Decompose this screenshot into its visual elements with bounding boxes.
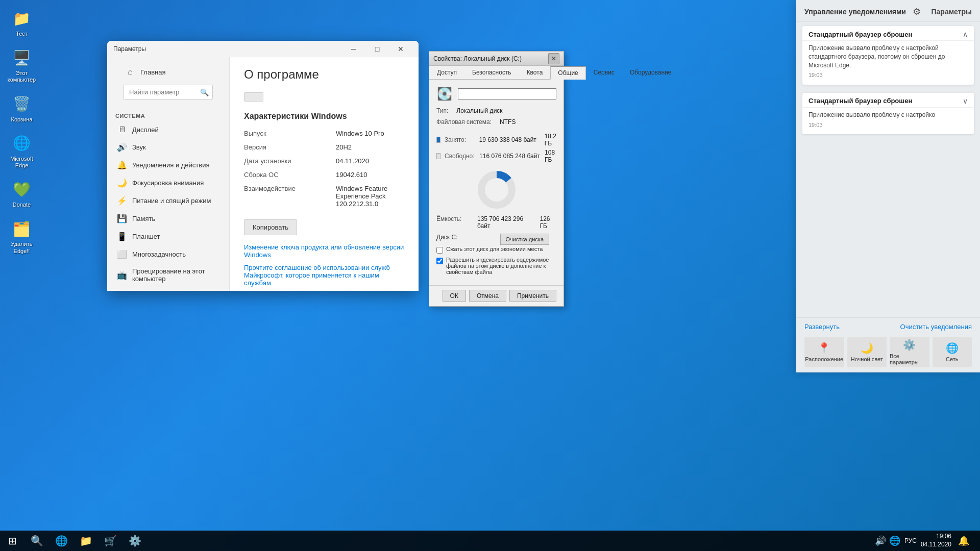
- disk-tab-security[interactable]: Безопасность: [464, 66, 519, 80]
- index-checkbox[interactable]: [436, 258, 443, 264]
- field-label-0: Выпуск: [244, 128, 336, 139]
- taskbar-date: 04.11.2020: [921, 541, 951, 549]
- sidebar-focus-label: Фокусировка внимания: [132, 179, 204, 187]
- taskbar-files-button[interactable]: 📁: [74, 531, 98, 551]
- desktop: 📁 Тест 🖥️ Этот компьютер 🗑️ Корзина 🌐 Mi…: [0, 0, 980, 551]
- disk-tab-service[interactable]: Сервис: [586, 66, 622, 80]
- tester-label: Тест: [16, 31, 28, 37]
- used-dot: [436, 137, 440, 143]
- quick-action-location[interactable]: 📍 Расположение: [804, 337, 844, 367]
- taskbar-clock[interactable]: 19:06 04.11.2020: [921, 533, 951, 548]
- notif-card-0-header: Стандартный браузер сброшен ∧: [802, 26, 974, 41]
- desktop-icon-delete[interactable]: 🗂️ Удалить Edge!!: [3, 215, 41, 257]
- quick-action-nightlight[interactable]: 🌙 Ночной свет: [847, 337, 887, 367]
- windows-info-title: Характеристики Windows: [244, 112, 404, 121]
- field-label-2: Дата установки: [244, 156, 336, 166]
- notif-clear-link[interactable]: Очистить уведомления: [900, 323, 972, 331]
- notif-card-0-title: Стандартный браузер сброшен: [808, 31, 912, 38]
- disk-apply-button[interactable]: Применить: [509, 290, 556, 302]
- sidebar-project-label: Проецирование на этот компьютер: [132, 267, 221, 283]
- notification-button[interactable]: 🔔: [955, 531, 972, 551]
- disk-name-input[interactable]: [458, 88, 556, 99]
- location-icon: 📍: [818, 342, 830, 354]
- notif-card-1-text: Приложение вызвало проблему с настройко: [808, 111, 935, 118]
- disk-cap-label: Ёмкость:: [436, 215, 467, 230]
- desktop-icon-mycomputer[interactable]: 🖥️ Этот компьютер: [3, 44, 41, 86]
- copy-button[interactable]: Копировать: [244, 219, 297, 235]
- desktop-icon-donate[interactable]: 💚 Donate: [3, 176, 41, 211]
- notif-card-1-body: Приложение вызвало проблему с настройко …: [802, 108, 974, 134]
- desktop-icon-area: 📁 Тест 🖥️ Этот компьютер 🗑️ Корзина 🌐 Mi…: [0, 0, 43, 263]
- disk-type-label: Тип:: [436, 107, 448, 114]
- settings-sidebar: ⌂ Главная 🔍 Система 🖥 Дисплей 🔊 Звук: [107, 57, 230, 291]
- minimize-button[interactable]: ─: [342, 41, 365, 57]
- volume-icon[interactable]: 🔊: [875, 535, 886, 546]
- field-value-0: Windows 10 Pro: [336, 128, 404, 139]
- recycle-label: Корзина: [11, 116, 33, 123]
- desktop-icon-msedge[interactable]: 🌐 Microsoft Edge: [3, 130, 41, 172]
- sidebar-sound-label: Звук: [132, 143, 146, 151]
- notifications-icon: 🔔: [117, 160, 127, 170]
- sidebar-item-multitask[interactable]: ⬜ Многозадачность: [107, 245, 229, 263]
- sidebar-home-label: Главная: [140, 68, 165, 76]
- field-value-1: 20H2: [336, 142, 404, 153]
- sidebar-item-project[interactable]: 📺 Проецирование на этот компьютер: [107, 263, 229, 287]
- sidebar-item-tablet[interactable]: 📱 Планшет: [107, 228, 229, 245]
- taskbar-settings-button[interactable]: ⚙️: [122, 531, 147, 551]
- disk-tab-hardware[interactable]: Оборудование: [622, 66, 679, 80]
- search-input[interactable]: [124, 85, 213, 99]
- desktop-icon-recycle[interactable]: 🗑️ Корзина: [3, 91, 41, 126]
- notif-settings-icon[interactable]: ⚙: [913, 6, 921, 17]
- field-label-3: Сборка ОС: [244, 169, 336, 180]
- taskbar-edge-button[interactable]: 🌐: [49, 531, 74, 551]
- quick-action-settings[interactable]: ⚙️ Все параметры: [890, 337, 929, 367]
- disk-close-button[interactable]: ✕: [548, 53, 559, 64]
- disk-used-gb: 18.2 ГБ: [545, 133, 556, 147]
- sidebar-memory-label: Память: [132, 215, 155, 222]
- disk-cancel-button[interactable]: Отмена: [469, 290, 506, 302]
- link-product-key[interactable]: Изменение ключа продукта или обновление …: [244, 243, 404, 259]
- disk-checkboxes: Сжать этот диск для экономии места Разре…: [436, 246, 556, 275]
- sidebar-item-home[interactable]: ⌂ Главная: [115, 63, 221, 81]
- home-icon: ⌂: [125, 67, 135, 77]
- notif-card-0-chevron[interactable]: ∧: [963, 30, 968, 38]
- taskbar-store-button[interactable]: 🛒: [98, 531, 122, 551]
- compress-checkbox[interactable]: [436, 247, 443, 254]
- network-systray-icon[interactable]: 🌐: [889, 535, 900, 546]
- disk-ok-button[interactable]: ОК: [443, 290, 466, 302]
- sidebar-item-display[interactable]: 🖥 Дисплей: [107, 121, 229, 138]
- start-button[interactable]: ⊞: [0, 531, 24, 551]
- sidebar-item-sound[interactable]: 🔊 Звук: [107, 138, 229, 156]
- rename-pc-button[interactable]: [244, 92, 263, 102]
- sidebar-item-focus[interactable]: 🌙 Фокусировка внимания: [107, 174, 229, 192]
- taskbar-search-button[interactable]: 🔍: [24, 531, 49, 551]
- field-label-4: Взаимодействие: [244, 183, 336, 209]
- sidebar-item-notifications[interactable]: 🔔 Уведомления и действия: [107, 156, 229, 174]
- disk-free-row: Свободно: 116 076 085 248 байт 108 ГБ: [436, 149, 556, 163]
- quick-action-network[interactable]: 🌐 Сеть: [933, 337, 972, 367]
- sidebar-item-memory[interactable]: 💾 Память: [107, 210, 229, 228]
- sidebar-item-power[interactable]: ⚡ Питание и спящий режим: [107, 192, 229, 210]
- power-icon: ⚡: [117, 196, 127, 206]
- taskbar-language: РУС: [904, 537, 917, 544]
- disk-cap-bytes: 135 706 423 296 байт: [477, 215, 529, 230]
- allsettings-label: Все параметры: [890, 353, 929, 365]
- disk-tab-quota[interactable]: Квота: [519, 66, 551, 80]
- notif-expand-link[interactable]: Развернуть: [804, 323, 840, 331]
- notif-header: Управление уведомлениями ⚙ Параметры: [796, 0, 980, 22]
- allsettings-icon: ⚙️: [903, 339, 916, 351]
- disk-clean-button[interactable]: Очистка диска: [500, 234, 549, 245]
- link-microsoft-agreement[interactable]: Прочтите соглашение об использовании слу…: [244, 264, 404, 287]
- desktop-icon-tester[interactable]: 📁 Тест: [3, 5, 41, 40]
- disk-tab-general[interactable]: Общие: [550, 66, 585, 80]
- taskbar-pinned-icons: 🔍 🌐 📁 🛒 ⚙️: [24, 531, 147, 551]
- sidebar-power-label: Питание и спящий режим: [132, 197, 211, 205]
- maximize-button[interactable]: □: [365, 41, 389, 57]
- close-button[interactable]: ✕: [389, 41, 412, 57]
- notif-card-1-chevron[interactable]: ∨: [963, 97, 968, 105]
- notif-footer-row: Развернуть Очистить уведомления: [804, 323, 972, 331]
- notif-panel-title: Параметры: [931, 8, 972, 16]
- disk-fs-value: NTFS: [500, 118, 516, 126]
- disk-tab-access[interactable]: Доступ: [429, 66, 464, 80]
- disk-cb2-row: Разрешить индексировать содержимое файло…: [436, 257, 556, 275]
